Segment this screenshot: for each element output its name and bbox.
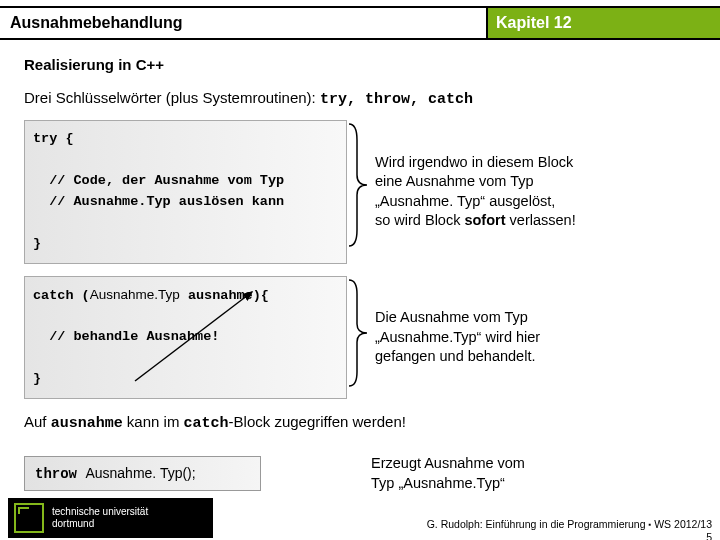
footer: G. Rudolph: Einführung in die Programmie… [427, 518, 712, 540]
cap3-l2: Typ „Ausnahme.Typ“ [371, 474, 696, 494]
slide-body: Realisierung in C++ Drei Schlüsselwörter… [0, 40, 720, 493]
an-e: -Block zugegriffen werden! [229, 413, 406, 430]
cap1-l2: eine Ausnahme vom Typ [375, 172, 696, 192]
after-note: Auf ausnahme kann im catch-Block zugegri… [24, 413, 696, 432]
brace-try [347, 120, 369, 264]
subtitle: Realisierung in C++ [24, 56, 696, 73]
throw-kw: throw [35, 466, 85, 482]
code-block-try: try { // Code, der Ausnahme vom Typ // A… [24, 120, 347, 264]
logo-l2: dortmund [52, 518, 148, 530]
throw-type: Ausnahme. Typ [85, 465, 182, 481]
code-block-throw: throw Ausnahme. Typ(); [24, 456, 261, 491]
catch-kw: catch [33, 288, 82, 303]
catch-type: Ausnahme.Typ [90, 287, 180, 302]
logo-text: technische universität dortmund [52, 506, 148, 530]
logo-l1: technische universität [52, 506, 148, 518]
catch-paren: ( [82, 288, 90, 303]
logo-mark-icon [14, 503, 44, 533]
cap2-l2: „Ausnahme.Typ“ wird hier [375, 328, 696, 348]
catch-row: catch (Ausnahme.Typ ausnahme){ // behand… [24, 276, 696, 400]
cap1-l3: „Ausnahme. Typ“ ausgelöst, [375, 192, 696, 212]
an-a: Auf [24, 413, 51, 430]
caption-catch: Die Ausnahme vom Typ „Ausnahme.Typ“ wird… [369, 276, 696, 400]
an-d: catch [184, 415, 229, 432]
an-b: ausnahme [51, 415, 123, 432]
cap1-l4: so wird Block sofort verlassen! [375, 211, 696, 231]
cap2-l3: gefangen und behandelt. [375, 347, 696, 367]
intro-prefix: Drei Schlüsselwörter (plus Systemroutine… [24, 89, 320, 106]
code-block-catch: catch (Ausnahme.Typ ausnahme){ // behand… [24, 276, 347, 400]
footer-page-number: 5 [427, 531, 712, 540]
cap3-l1: Erzeugt Ausnahme vom [371, 454, 696, 474]
throw-row: throw Ausnahme. Typ(); Erzeugt Ausnahme … [24, 454, 696, 493]
cap2-l1: Die Ausnahme vom Typ [375, 308, 696, 328]
caption-throw: Erzeugt Ausnahme vom Typ „Ausnahme.Typ“ [261, 454, 696, 493]
intro-line: Drei Schlüsselwörter (plus Systemroutine… [24, 89, 696, 108]
caption-try: Wird irgendwo in diesem Block eine Ausna… [369, 120, 696, 264]
tu-dortmund-logo: technische universität dortmund [8, 498, 213, 538]
cap1-l1: Wird irgendwo in diesem Block [375, 153, 696, 173]
footer-line1: G. Rudolph: Einführung in die Programmie… [427, 518, 712, 531]
cap1-l4c: verlassen! [506, 212, 576, 228]
header-chapter: Kapitel 12 [486, 8, 720, 38]
brace-catch [347, 276, 369, 400]
intro-keywords: try, throw, catch [320, 91, 473, 108]
cap1-l4b: sofort [464, 212, 505, 228]
cap1-l4a: so wird Block [375, 212, 464, 228]
an-c: kann im [123, 413, 184, 430]
f1c: WS 2012/13 [651, 518, 712, 530]
header-title: Ausnahmebehandlung [0, 8, 486, 38]
try-row: try { // Code, der Ausnahme vom Typ // A… [24, 120, 696, 264]
f1a: G. Rudolph: Einführung in die Programmie… [427, 518, 649, 530]
throw-tail: (); [182, 465, 195, 481]
header-bar: Ausnahmebehandlung Kapitel 12 [0, 6, 720, 40]
